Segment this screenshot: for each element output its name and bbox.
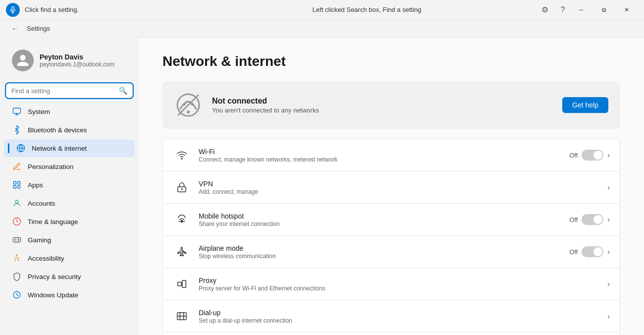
- airplane-toggle[interactable]: [582, 246, 603, 257]
- sidebar: Peyton Davis peytondavis.1@outlook.com 🔍…: [0, 38, 139, 335]
- settings-item-hotspot[interactable]: Mobile hotspot Share your internet conne…: [162, 203, 620, 235]
- wifi-toggle-label: Off: [569, 152, 578, 159]
- hotspot-icon: [173, 211, 191, 228]
- proxy-chevron: ›: [607, 280, 610, 288]
- accounts-icon: [12, 198, 22, 208]
- svg-rect-2: [13, 181, 16, 184]
- sidebar-item-accessibility[interactable]: Accessibility: [4, 249, 135, 267]
- hotspot-desc: Share your internet connection: [199, 221, 561, 227]
- search-box[interactable]: 🔍: [6, 83, 133, 98]
- settings-item-vpn[interactable]: VPN Add, connect, manage ›: [162, 171, 620, 203]
- hotspot-controls: Off ›: [569, 214, 610, 225]
- settings-list: Wi-Fi Connect, manage known networks, me…: [162, 139, 620, 335]
- sidebar-item-label-network: Network & internet: [32, 145, 87, 152]
- wifi-toggle[interactable]: [582, 150, 603, 161]
- wifi-info: Wi-Fi Connect, manage known networks, me…: [199, 148, 561, 163]
- mic-icon[interactable]: [6, 3, 20, 17]
- sidebar-item-system[interactable]: System: [4, 103, 135, 120]
- airplane-chevron: ›: [607, 248, 610, 256]
- system-icon: [12, 107, 22, 116]
- not-connected-icon: [174, 91, 202, 119]
- airplane-title: Airplane mode: [199, 244, 561, 252]
- sidebar-item-label-update: Windows Update: [28, 291, 78, 299]
- dialup-icon: [173, 307, 191, 325]
- svg-rect-3: [18, 181, 20, 184]
- airplane-toggle-label: Off: [569, 248, 578, 256]
- wifi-icon: [173, 146, 191, 164]
- sidebar-item-apps[interactable]: Apps: [4, 176, 135, 194]
- svg-rect-4: [13, 186, 16, 188]
- user-info: Peyton Davis peytondavis.1@outlook.com: [40, 53, 114, 68]
- hotspot-title: Mobile hotspot: [199, 212, 561, 220]
- hotspot-toggle[interactable]: [582, 214, 603, 225]
- bluetooth-icon: [12, 125, 22, 135]
- settings-item-dialup[interactable]: Dial-up Set up a dial-up internet connec…: [162, 300, 620, 332]
- sidebar-item-gaming[interactable]: Gaming: [4, 231, 135, 249]
- titlebar: Click find a setting. Left clicked Searc…: [0, 0, 644, 20]
- sidebar-item-label-gaming: Gaming: [28, 236, 51, 244]
- proxy-info: Proxy Proxy server for Wi-Fi and Etherne…: [199, 277, 599, 292]
- hotspot-info: Mobile hotspot Share your internet conne…: [199, 212, 561, 227]
- vpn-title: VPN: [199, 180, 599, 188]
- user-name: Peyton Davis: [40, 53, 114, 61]
- svg-rect-18: [178, 282, 181, 285]
- gaming-icon: [12, 235, 22, 245]
- svg-rect-8: [13, 238, 21, 242]
- svg-point-13: [187, 111, 190, 113]
- sidebar-item-label-system: System: [28, 108, 50, 115]
- page-title: Network & internet: [162, 54, 620, 69]
- sidebar-item-update[interactable]: Windows Update: [4, 286, 135, 304]
- help-icon-btn[interactable]: ?: [556, 3, 570, 17]
- vpn-icon: [173, 178, 191, 196]
- settings-item-airplane[interactable]: Airplane mode Stop wireless communicatio…: [162, 235, 620, 268]
- sidebar-item-network[interactable]: Network & internet: [4, 139, 135, 157]
- svg-point-9: [16, 255, 17, 256]
- proxy-controls: ›: [607, 280, 610, 288]
- settings-item-wifi[interactable]: Wi-Fi Connect, manage known networks, me…: [162, 139, 620, 171]
- sidebar-item-label-time: Time & language: [28, 218, 78, 225]
- dialup-desc: Set up a dial-up internet connection: [199, 317, 599, 324]
- vpn-desc: Add, connect, manage: [199, 188, 599, 195]
- settings-item-advanced[interactable]: Advanced network settings View all netwo…: [162, 332, 620, 335]
- sidebar-item-label-apps: Apps: [28, 181, 43, 189]
- settings-icon-btn[interactable]: ⚙: [538, 3, 552, 17]
- sidebar-item-label-accounts: Accounts: [28, 200, 55, 207]
- close-button[interactable]: ✕: [615, 0, 638, 20]
- svg-point-6: [15, 200, 18, 203]
- titlebar-center-text: Left clicked Search box, Find a setting: [196, 6, 538, 13]
- settings-item-proxy[interactable]: Proxy Proxy server for Wi-Fi and Etherne…: [162, 268, 620, 300]
- sidebar-item-bluetooth[interactable]: Bluetooth & devices: [4, 121, 135, 139]
- status-info: Not connected You aren't connected to an…: [212, 97, 562, 114]
- sidebar-item-personalization[interactable]: Personalization: [4, 158, 135, 175]
- time-icon: [12, 217, 22, 226]
- wifi-controls: Off ›: [569, 150, 610, 161]
- airplane-desc: Stop wireless communication: [199, 253, 561, 260]
- get-help-button[interactable]: Get help: [562, 97, 608, 113]
- search-input[interactable]: [11, 87, 117, 95]
- content-area: Network & internet Not connected You are…: [139, 38, 644, 335]
- personalization-icon: [12, 162, 22, 171]
- subtitlebar: ← Settings: [0, 20, 644, 38]
- user-email: peytondavis.1@outlook.com: [40, 61, 114, 68]
- update-icon: [12, 290, 22, 300]
- svg-point-14: [181, 158, 182, 159]
- svg-rect-5: [18, 186, 20, 188]
- wifi-title: Wi-Fi: [199, 148, 561, 156]
- back-button[interactable]: ←: [8, 22, 22, 36]
- sidebar-item-accounts[interactable]: Accounts: [4, 194, 135, 212]
- sidebar-item-time[interactable]: Time & language: [4, 213, 135, 230]
- svg-rect-19: [182, 280, 186, 288]
- search-icon: 🔍: [119, 87, 127, 95]
- sidebar-nav: System Bluetooth & devices Network & in: [0, 102, 139, 304]
- hotspot-toggle-label: Off: [569, 216, 578, 223]
- airplane-info: Airplane mode Stop wireless communicatio…: [199, 244, 561, 260]
- privacy-icon: [12, 272, 22, 281]
- sidebar-item-privacy[interactable]: Privacy & security: [4, 268, 135, 285]
- vpn-info: VPN Add, connect, manage: [199, 180, 599, 195]
- restore-button[interactable]: ⧉: [592, 0, 615, 20]
- vpn-chevron: ›: [607, 183, 610, 191]
- user-section[interactable]: Peyton Davis peytondavis.1@outlook.com: [4, 44, 135, 79]
- minimize-button[interactable]: ─: [570, 0, 592, 20]
- main-layout: Peyton Davis peytondavis.1@outlook.com 🔍…: [0, 38, 644, 335]
- hotspot-chevron: ›: [607, 216, 610, 223]
